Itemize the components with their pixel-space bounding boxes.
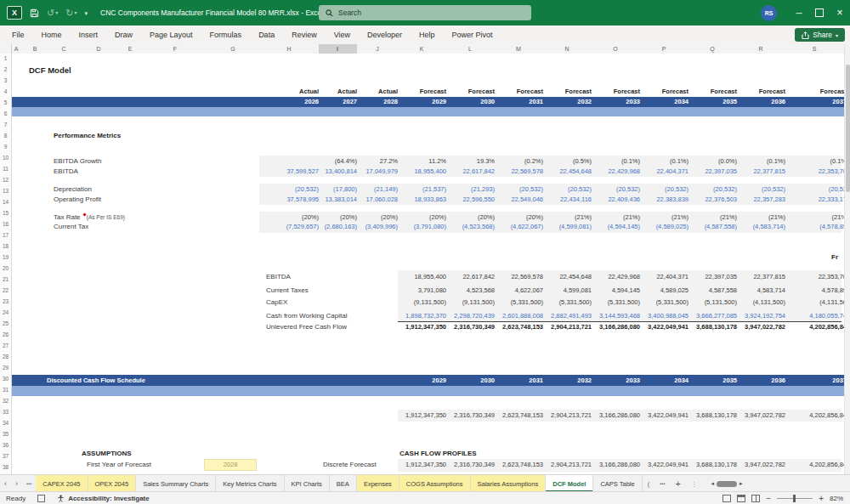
column-header-M[interactable]: M: [516, 44, 521, 54]
cash-flow-profile-cell[interactable]: 4,202,856,84: [809, 460, 847, 470]
minimize-button[interactable]: ─: [789, 0, 809, 25]
data-cell[interactable]: 22,454,648: [559, 272, 592, 282]
data-cell[interactable]: 22,397,035: [705, 272, 737, 282]
customize-toolbar-caret-icon[interactable]: ▾: [84, 10, 88, 16]
tabs-scroll-next-icon[interactable]: ›: [11, 475, 22, 492]
save-icon[interactable]: [30, 8, 39, 18]
data-cell[interactable]: 4,523,568: [467, 286, 495, 296]
tabs-scroll-prev-icon[interactable]: ‹: [0, 475, 11, 492]
row-header-4[interactable]: 4: [0, 88, 11, 94]
column-header-J[interactable]: J: [376, 44, 379, 54]
row-header-16[interactable]: 16: [0, 221, 11, 227]
column-header-N[interactable]: N: [564, 44, 569, 54]
data-cell[interactable]: 22,549,046: [511, 195, 543, 205]
dcf-value-cell[interactable]: 4,202,856,84: [809, 411, 847, 421]
data-cell[interactable]: 4,599,081: [564, 286, 592, 296]
data-cell[interactable]: 1,912,347,350: [405, 322, 446, 332]
data-cell[interactable]: 27.2%: [380, 156, 398, 167]
sheet-tab-capex-2045[interactable]: CAPEX 2045: [36, 475, 88, 492]
select-all-corner[interactable]: [0, 44, 12, 54]
data-cell[interactable]: 4,587,558: [709, 286, 737, 296]
data-cell[interactable]: (5,331,500): [608, 297, 640, 308]
dcf-value-cell[interactable]: 3,166,286,080: [599, 411, 640, 421]
row-header-17[interactable]: 17: [0, 232, 11, 238]
data-cell[interactable]: 2,298,720,439: [454, 311, 495, 321]
data-cell[interactable]: 3,400,988,045: [648, 311, 688, 321]
data-cell[interactable]: 4,583,714: [757, 286, 785, 296]
row-header-3[interactable]: 3: [0, 77, 11, 83]
data-cell[interactable]: (2,680,163): [325, 222, 357, 232]
data-cell[interactable]: 11.2%: [428, 156, 446, 167]
data-cell[interactable]: 22,596,550: [462, 195, 495, 205]
data-cell[interactable]: (4,587,558): [705, 222, 737, 232]
row-header-11[interactable]: 11: [0, 166, 11, 172]
data-cell[interactable]: 22,429,968: [608, 167, 640, 177]
zoom-out-button[interactable]: −: [766, 494, 771, 503]
accessibility-status[interactable]: Accessibility: Investigate: [51, 495, 156, 502]
data-cell[interactable]: 4,622,067: [515, 286, 543, 296]
row-header-10[interactable]: 10: [0, 155, 11, 161]
data-cell[interactable]: (20,532): [713, 184, 737, 195]
ribbon-tab-data[interactable]: Data: [250, 25, 283, 44]
column-header-F[interactable]: F: [173, 44, 177, 54]
data-cell[interactable]: 37,599,527: [286, 167, 319, 177]
column-header-C[interactable]: C: [61, 44, 65, 54]
row-header-5[interactable]: 5: [0, 99, 11, 105]
ribbon-tab-page-layout[interactable]: Page Layout: [141, 25, 201, 44]
row-header-26[interactable]: 26: [0, 331, 11, 337]
data-cell[interactable]: (9,131,500): [462, 297, 495, 308]
sheet-tab-dcf-model[interactable]: DCF Model: [546, 475, 593, 492]
row-header-34[interactable]: 34: [0, 420, 11, 426]
data-cell[interactable]: (0.2%): [524, 156, 543, 167]
share-button[interactable]: Share ▾: [795, 28, 845, 42]
close-button[interactable]: ×: [830, 0, 850, 25]
undo-caret-icon[interactable]: ▾: [55, 10, 58, 15]
data-cell[interactable]: 4,180,055,74: [809, 311, 847, 321]
data-cell[interactable]: (7,529,657): [286, 222, 319, 232]
forecast-year-input[interactable]: 2028: [204, 459, 257, 471]
data-cell[interactable]: (4,523,568): [462, 222, 495, 232]
vertical-scrollbar[interactable]: [844, 44, 850, 474]
data-cell[interactable]: 19.3%: [477, 156, 495, 167]
ribbon-tab-formulas[interactable]: Formulas: [201, 25, 251, 44]
horizontal-scrollbar[interactable]: ◂ ▸: [706, 475, 747, 492]
data-cell[interactable]: (0.1%): [621, 156, 640, 167]
row-header-30[interactable]: 30: [0, 376, 11, 382]
data-cell[interactable]: (20,532): [665, 184, 688, 195]
row-header-14[interactable]: 14: [0, 199, 11, 205]
data-cell[interactable]: 22,383,839: [656, 195, 688, 205]
data-cell[interactable]: 18,955,400: [414, 167, 446, 177]
data-cell[interactable]: (4,622,067): [511, 222, 543, 232]
column-header-O[interactable]: O: [613, 44, 617, 54]
data-cell[interactable]: 22,569,578: [511, 272, 543, 282]
column-header-Q[interactable]: Q: [710, 44, 714, 54]
data-cell[interactable]: (4,583,714): [753, 222, 785, 232]
data-cell[interactable]: 13,400,814: [325, 167, 357, 177]
data-cell[interactable]: 2,316,730,349: [454, 322, 495, 332]
data-cell[interactable]: (4,594,145): [608, 222, 640, 232]
search-box[interactable]: Search: [319, 5, 531, 20]
data-cell[interactable]: 13,383,014: [325, 195, 357, 205]
row-header-18[interactable]: 18: [0, 243, 11, 249]
data-cell[interactable]: 22,353,70: [819, 167, 847, 177]
add-sheet-button[interactable]: +: [671, 475, 686, 492]
data-cell[interactable]: (0.1%): [767, 156, 785, 167]
cash-flow-profile-cell[interactable]: 3,947,022,782: [745, 460, 785, 470]
data-cell[interactable]: 3,947,022,782: [745, 322, 785, 332]
data-cell[interactable]: 22,397,035: [705, 167, 737, 177]
column-header-B[interactable]: B: [33, 44, 37, 54]
dcf-value-cell[interactable]: 2,904,213,721: [551, 411, 592, 421]
data-cell[interactable]: (20,532): [616, 184, 640, 195]
data-cell[interactable]: 22,617,842: [462, 272, 495, 282]
sheet-tab-cogs-assumptions[interactable]: COGS Assumptions: [400, 475, 471, 492]
row-header-8[interactable]: 8: [0, 133, 11, 139]
data-cell[interactable]: 3,924,192,754: [745, 311, 785, 321]
data-cell[interactable]: 22,353,70: [819, 272, 847, 282]
data-cell[interactable]: 3,791,080: [418, 286, 446, 296]
data-cell[interactable]: (5,331,500): [559, 297, 592, 308]
data-cell[interactable]: 2,904,213,721: [551, 322, 592, 332]
zoom-level[interactable]: 82%: [830, 495, 843, 502]
ribbon-tab-file[interactable]: File: [3, 25, 33, 44]
row-header-35[interactable]: 35: [0, 431, 11, 437]
data-cell[interactable]: 22,377,815: [753, 272, 785, 282]
